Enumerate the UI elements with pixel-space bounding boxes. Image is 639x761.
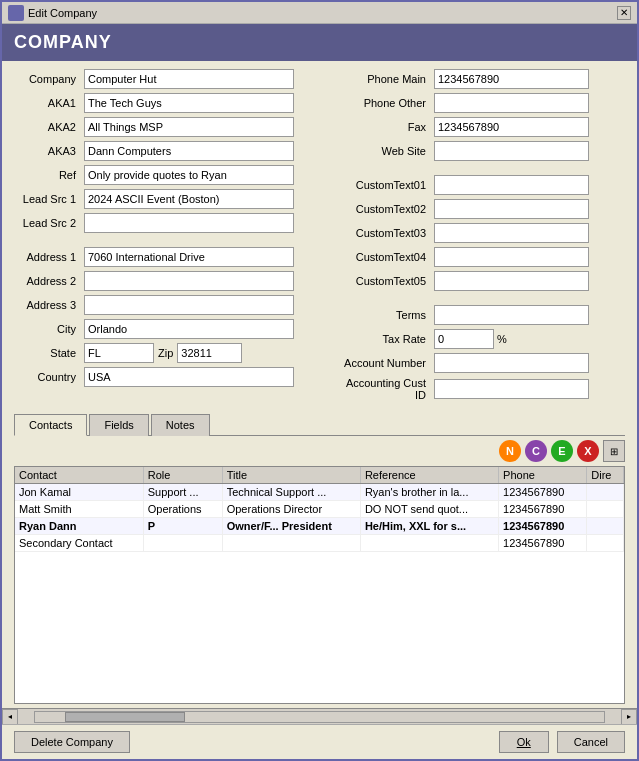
aka1-row: AKA1 xyxy=(14,93,334,113)
city-label: City xyxy=(14,323,84,335)
address2-label: Address 2 xyxy=(14,275,84,287)
state-input[interactable] xyxy=(84,343,154,363)
lead-src1-row: Lead Src 1 xyxy=(14,189,334,209)
cell-contact: Secondary Contact xyxy=(15,535,143,552)
cell-title: Owner/F... President xyxy=(222,518,360,535)
tabs-area: Contacts Fields Notes xyxy=(2,413,637,436)
company-label: Company xyxy=(14,73,84,85)
cell-title xyxy=(222,535,360,552)
aka3-row: AKA3 xyxy=(14,141,334,161)
horizontal-scrollbar-area: ◂ ▸ xyxy=(2,708,637,724)
state-label: State xyxy=(14,347,84,359)
aka2-input[interactable] xyxy=(84,117,294,137)
cancel-button[interactable]: Cancel xyxy=(557,731,625,753)
company-input[interactable] xyxy=(84,69,294,89)
address1-row: Address 1 xyxy=(14,247,334,267)
delete-contact-button[interactable]: X xyxy=(577,440,599,462)
custom05-input[interactable] xyxy=(434,271,589,291)
aka1-label: AKA1 xyxy=(14,97,84,109)
col-role: Role xyxy=(143,467,222,484)
cell-role: P xyxy=(143,518,222,535)
table-row[interactable]: Matt Smith Operations Operations Directo… xyxy=(15,501,624,518)
aka1-input[interactable] xyxy=(84,93,294,113)
edit-contact-button[interactable]: E xyxy=(551,440,573,462)
lead-src1-label: Lead Src 1 xyxy=(14,193,84,205)
tab-fields[interactable]: Fields xyxy=(89,414,148,436)
cell-dir xyxy=(587,535,624,552)
copy-contact-button[interactable]: C xyxy=(525,440,547,462)
tax-rate-label: Tax Rate xyxy=(334,333,434,345)
window-title: Edit Company xyxy=(28,7,617,19)
cell-title: Technical Support ... xyxy=(222,484,360,501)
zip-input[interactable] xyxy=(177,343,242,363)
delete-company-button[interactable]: Delete Company xyxy=(14,731,130,753)
tax-rate-suffix: % xyxy=(497,333,507,345)
lead-src2-input[interactable] xyxy=(84,213,294,233)
account-number-row: Account Number xyxy=(334,353,625,373)
account-number-label: Account Number xyxy=(334,357,434,369)
ref-row: Ref xyxy=(14,165,334,185)
custom01-input[interactable] xyxy=(434,175,589,195)
address3-input[interactable] xyxy=(84,295,294,315)
custom03-input[interactable] xyxy=(434,223,589,243)
phone-main-input[interactable] xyxy=(434,69,589,89)
cell-role: Operations xyxy=(143,501,222,518)
col-reference: Reference xyxy=(360,467,498,484)
custom04-input[interactable] xyxy=(434,247,589,267)
terms-input[interactable] xyxy=(434,305,589,325)
cell-reference: Ryan's brother in la... xyxy=(360,484,498,501)
col-phone: Phone xyxy=(499,467,587,484)
lead-src1-input[interactable] xyxy=(84,189,294,209)
city-input[interactable] xyxy=(84,319,294,339)
ref-label: Ref xyxy=(14,169,84,181)
scrollbar-thumb[interactable] xyxy=(65,712,185,722)
close-button[interactable]: ✕ xyxy=(617,6,631,20)
scroll-right-button[interactable]: ▸ xyxy=(621,709,637,725)
lead-src2-label: Lead Src 2 xyxy=(14,217,84,229)
tab-contacts[interactable]: Contacts xyxy=(14,414,87,436)
address2-input[interactable] xyxy=(84,271,294,291)
website-label: Web Site xyxy=(334,145,434,157)
table-row[interactable]: Jon Kamal Support ... Technical Support … xyxy=(15,484,624,501)
cell-role: Support ... xyxy=(143,484,222,501)
city-row: City xyxy=(14,319,334,339)
cell-contact: Jon Kamal xyxy=(15,484,143,501)
ref-input[interactable] xyxy=(84,165,294,185)
phone-other-input[interactable] xyxy=(434,93,589,113)
custom04-row: CustomText04 xyxy=(334,247,625,267)
bottom-bar: Delete Company Ok Cancel xyxy=(2,724,637,759)
left-column: Company AKA1 AKA2 AKA3 Ref xyxy=(14,69,334,405)
custom02-input[interactable] xyxy=(434,199,589,219)
address3-label: Address 3 xyxy=(14,299,84,311)
horizontal-scrollbar[interactable] xyxy=(34,711,605,723)
table-row[interactable]: Ryan Dann P Owner/F... President He/Him,… xyxy=(15,518,624,535)
col-dir: Dire xyxy=(587,467,624,484)
grid-view-button[interactable]: ⊞ xyxy=(603,440,625,462)
table-row[interactable]: Secondary Contact 1234567890 xyxy=(15,535,624,552)
account-number-input[interactable] xyxy=(434,353,589,373)
col-contact: Contact xyxy=(15,467,143,484)
custom02-row: CustomText02 xyxy=(334,199,625,219)
right-column: Phone Main Phone Other Fax Web Site xyxy=(334,69,625,405)
website-input[interactable] xyxy=(434,141,589,161)
cell-dir xyxy=(587,484,624,501)
country-input[interactable] xyxy=(84,367,294,387)
accounting-cust-row: Accounting Cust ID xyxy=(334,377,625,401)
new-contact-button[interactable]: N xyxy=(499,440,521,462)
accounting-cust-input[interactable] xyxy=(434,379,589,399)
address2-row: Address 2 xyxy=(14,271,334,291)
address1-input[interactable] xyxy=(84,247,294,267)
fax-input[interactable] xyxy=(434,117,589,137)
tab-notes[interactable]: Notes xyxy=(151,414,210,436)
scroll-left-button[interactable]: ◂ xyxy=(2,709,18,725)
header-band: COMPANY xyxy=(2,24,637,61)
ok-button[interactable]: Ok xyxy=(499,731,549,753)
aka3-input[interactable] xyxy=(84,141,294,161)
cell-phone: 1234567890 xyxy=(499,535,587,552)
aka2-label: AKA2 xyxy=(14,121,84,133)
tax-rate-input[interactable] xyxy=(434,329,494,349)
aka3-label: AKA3 xyxy=(14,145,84,157)
cell-dir xyxy=(587,518,624,535)
lead-src2-row: Lead Src 2 xyxy=(14,213,334,233)
window-icon xyxy=(8,5,24,21)
